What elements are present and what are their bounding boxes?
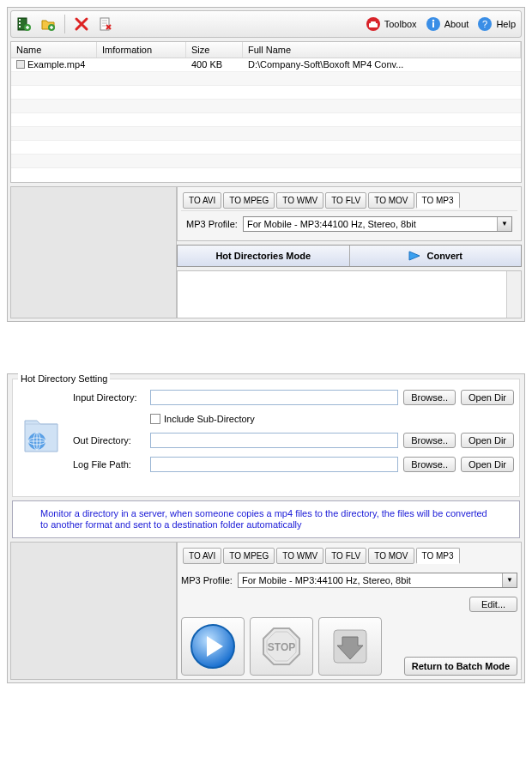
- toolbox-button[interactable]: Toolbox: [366, 16, 417, 32]
- edit-button[interactable]: Edit...: [469, 597, 517, 612]
- play-circle-icon: [190, 623, 236, 670]
- help-button[interactable]: ? Help: [477, 16, 516, 32]
- profile-label: MP3 Profile:: [186, 219, 238, 229]
- cell-name: Example.mp4: [11, 58, 97, 71]
- file-table: Name Imformation Size Full Name Example.…: [10, 41, 522, 183]
- format-tabs-2: TO AVITO MPEGTO WMVTO FLVTO MOVTO MP3: [181, 546, 517, 566]
- return-batch-button[interactable]: Return to Batch Mode: [404, 657, 517, 676]
- svg-rect-2: [19, 22, 21, 24]
- svg-rect-12: [432, 22, 434, 27]
- main-window-top: Toolbox About ? Help Name Imformation Si…: [7, 7, 525, 322]
- svg-rect-1: [19, 19, 21, 21]
- out-browse-button[interactable]: Browse..: [403, 433, 456, 448]
- main-toolbar: Toolbox About ? Help: [10, 10, 522, 38]
- format-tabs: TO AVITO MPEGTO WMVTO FLVTO MOVTO MP3: [181, 191, 517, 210]
- format-tab-to-avi[interactable]: TO AVI: [183, 192, 221, 209]
- out-dir-label: Out Directory:: [73, 435, 145, 446]
- cell-size: 400 KB: [186, 58, 243, 71]
- play-blue-icon: [408, 250, 421, 262]
- format-tab-to-mov[interactable]: TO MOV: [368, 548, 414, 564]
- note-text: Monitor a directory in a server, when so…: [40, 508, 492, 531]
- log-opendir-button[interactable]: Open Dir: [461, 457, 514, 472]
- input-browse-button[interactable]: Browse..: [403, 390, 456, 405]
- cell-info: [97, 58, 186, 71]
- help-icon: ?: [477, 16, 493, 32]
- svg-text:?: ?: [482, 19, 487, 29]
- scroll-up-icon[interactable]: ▲: [511, 273, 518, 281]
- log-browse-button[interactable]: Browse..: [403, 457, 456, 472]
- hot-dir-mode-button[interactable]: Hot Directories Mode: [178, 246, 350, 266]
- input-dir-label: Input Directory:: [73, 392, 145, 403]
- format-tab-to-mp3[interactable]: TO MP3: [416, 192, 460, 209]
- format-tab-to-mov[interactable]: TO MOV: [368, 192, 414, 209]
- profile-combo-2[interactable]: For Mobile - MP3:44100 Hz, Stereo, 8bit: [238, 573, 517, 588]
- x-red-icon: [74, 16, 89, 32]
- page-x-icon: [98, 16, 113, 32]
- arrow-down-box-icon: [327, 623, 373, 670]
- svg-rect-9: [371, 21, 376, 24]
- svg-point-11: [432, 20, 434, 22]
- profile-combo[interactable]: For Mobile - MP3:44100 Hz, Stereo, 8bit: [243, 216, 512, 232]
- log-path-field[interactable]: [150, 457, 398, 472]
- col-info[interactable]: Imformation: [97, 42, 186, 58]
- profile-label-2: MP3 Profile:: [181, 575, 233, 585]
- folder-plus-icon: [40, 16, 56, 32]
- cell-full: D:\Company-Soft\Boxoft MP4 Conv...: [243, 58, 521, 71]
- format-tab-to-mpeg[interactable]: TO MPEG: [223, 192, 275, 209]
- clear-button[interactable]: [98, 16, 113, 32]
- svg-text:STOP: STOP: [268, 641, 295, 653]
- convert-button[interactable]: Convert: [350, 246, 522, 266]
- start-button[interactable]: [181, 617, 245, 676]
- svg-rect-3: [19, 26, 21, 27]
- lower-area: TO AVITO MPEGTO WMVTO FLVTO MOVTO MP3 MP…: [10, 186, 522, 318]
- format-tab-to-wmv[interactable]: TO WMV: [276, 192, 323, 209]
- preview-pane: [10, 186, 177, 318]
- input-opendir-button[interactable]: Open Dir: [461, 390, 514, 405]
- col-name[interactable]: Name: [11, 42, 97, 58]
- note-box: Monitor a directory in a server, when so…: [12, 500, 520, 538]
- toolbox-icon: [366, 16, 381, 32]
- help-label: Help: [496, 19, 516, 29]
- file-icon: [16, 60, 25, 69]
- col-fullname[interactable]: Full Name: [243, 42, 521, 58]
- remove-button[interactable]: [74, 16, 89, 32]
- format-tab-to-mp3[interactable]: TO MP3: [416, 548, 460, 564]
- hot-dir-legend: Hot Directory Setting: [18, 373, 110, 384]
- include-subdir-label: Include Sub-Directory: [164, 414, 255, 424]
- input-dir-field[interactable]: [150, 390, 398, 405]
- format-tab-to-avi[interactable]: TO AVI: [183, 548, 221, 564]
- add-folder-button[interactable]: [40, 16, 56, 32]
- stop-sign-icon: STOP: [258, 623, 305, 670]
- col-size[interactable]: Size: [186, 42, 243, 58]
- profile-row: MP3 Profile: For Mobile - MP3:44100 Hz, …: [181, 210, 517, 237]
- format-tab-to-flv[interactable]: TO FLV: [325, 192, 366, 209]
- output-button[interactable]: [318, 617, 382, 676]
- include-subdir-checkbox[interactable]: [150, 414, 160, 424]
- table-row[interactable]: Example.mp4 400 KB D:\Company-Soft\Boxof…: [11, 58, 521, 72]
- format-tab-to-wmv[interactable]: TO WMV: [276, 548, 323, 564]
- main-window-bottom: Hot Directory Setting Input Directory: B…: [7, 373, 525, 683]
- format-tab-to-flv[interactable]: TO FLV: [325, 548, 366, 564]
- table-body: Example.mp4 400 KB D:\Company-Soft\Boxof…: [11, 58, 521, 182]
- mode-bar: Hot Directories Mode Convert: [177, 245, 522, 267]
- add-files-button[interactable]: [16, 16, 32, 32]
- about-button[interactable]: About: [426, 16, 469, 32]
- log-box[interactable]: ▲: [177, 270, 522, 318]
- stop-button[interactable]: STOP: [250, 617, 313, 676]
- table-header: Name Imformation Size Full Name: [11, 42, 521, 58]
- preview-pane-2: [10, 542, 177, 680]
- film-plus-icon: [16, 16, 32, 32]
- out-dir-field[interactable]: [150, 433, 398, 448]
- folder-globe-icon: [21, 414, 59, 457]
- hot-dir-fieldset: Hot Directory Setting Input Directory: B…: [12, 379, 520, 497]
- info-icon: [426, 16, 441, 32]
- format-tabs-box: TO AVITO MPEGTO WMVTO FLVTO MOVTO MP3 MP…: [177, 186, 522, 241]
- toolbox-label: Toolbox: [384, 19, 417, 29]
- lower-area-2: TO AVITO MPEGTO WMVTO FLVTO MOVTO MP3 MP…: [10, 542, 522, 680]
- format-tab-to-mpeg[interactable]: TO MPEG: [223, 548, 275, 564]
- log-path-label: Log File Path:: [73, 459, 145, 470]
- out-opendir-button[interactable]: Open Dir: [461, 433, 514, 448]
- about-label: About: [444, 19, 469, 29]
